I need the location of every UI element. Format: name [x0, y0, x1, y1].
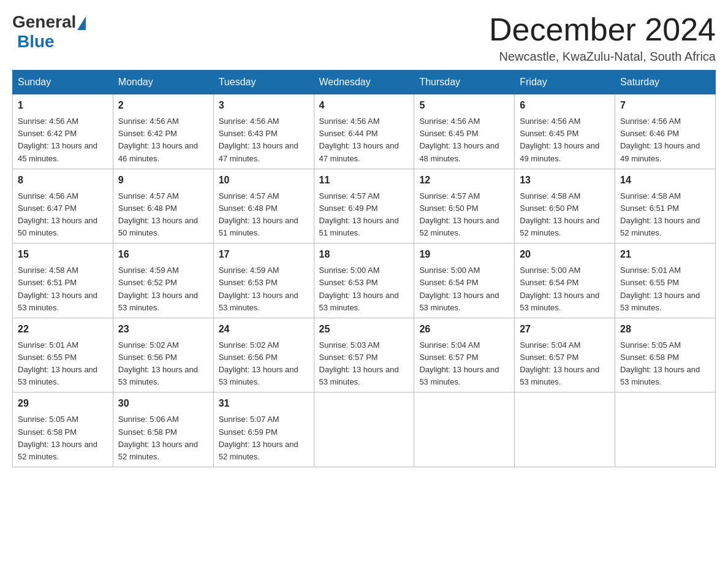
table-row: 31Sunrise: 5:07 AMSunset: 6:59 PMDayligh… — [213, 393, 314, 467]
day-info: Sunrise: 5:02 AMSunset: 6:56 PMDaylight:… — [118, 339, 208, 389]
table-row: 19Sunrise: 5:00 AMSunset: 6:54 PMDayligh… — [414, 243, 515, 318]
day-info: Sunrise: 5:01 AMSunset: 6:55 PMDaylight:… — [620, 264, 710, 314]
logo-triangle-icon — [77, 17, 86, 30]
day-number: 11 — [319, 173, 409, 188]
day-number: 14 — [620, 173, 710, 188]
day-number: 25 — [319, 322, 409, 337]
day-number: 8 — [18, 173, 108, 188]
week-row-1: 1Sunrise: 4:56 AMSunset: 6:42 PMDaylight… — [13, 94, 716, 169]
day-info: Sunrise: 4:56 AMSunset: 6:45 PMDaylight:… — [520, 115, 610, 165]
day-info: Sunrise: 4:56 AMSunset: 6:47 PMDaylight:… — [18, 190, 108, 240]
day-number: 24 — [219, 322, 309, 337]
day-info: Sunrise: 5:02 AMSunset: 6:56 PMDaylight:… — [219, 339, 309, 389]
day-info: Sunrise: 5:00 AMSunset: 6:54 PMDaylight:… — [520, 264, 610, 314]
week-row-4: 22Sunrise: 5:01 AMSunset: 6:55 PMDayligh… — [13, 318, 716, 393]
header-friday: Friday — [515, 71, 615, 94]
table-row — [314, 393, 414, 467]
table-row: 11Sunrise: 4:57 AMSunset: 6:49 PMDayligh… — [314, 169, 414, 243]
day-info: Sunrise: 5:00 AMSunset: 6:53 PMDaylight:… — [319, 264, 409, 314]
day-number: 27 — [520, 322, 610, 337]
day-info: Sunrise: 4:58 AMSunset: 6:51 PMDaylight:… — [620, 190, 710, 240]
table-row: 5Sunrise: 4:56 AMSunset: 6:45 PMDaylight… — [414, 94, 515, 169]
table-row: 30Sunrise: 5:06 AMSunset: 6:58 PMDayligh… — [113, 393, 213, 467]
day-info: Sunrise: 5:03 AMSunset: 6:57 PMDaylight:… — [319, 339, 409, 389]
day-info: Sunrise: 5:04 AMSunset: 6:57 PMDaylight:… — [520, 339, 610, 389]
day-info: Sunrise: 4:56 AMSunset: 6:44 PMDaylight:… — [319, 115, 409, 165]
day-number: 23 — [118, 322, 208, 337]
day-number: 7 — [620, 98, 710, 113]
table-row: 29Sunrise: 5:05 AMSunset: 6:58 PMDayligh… — [13, 393, 113, 467]
day-info: Sunrise: 5:01 AMSunset: 6:55 PMDaylight:… — [18, 339, 108, 389]
table-row: 28Sunrise: 5:05 AMSunset: 6:58 PMDayligh… — [615, 318, 716, 393]
day-info: Sunrise: 4:56 AMSunset: 6:43 PMDaylight:… — [219, 115, 309, 165]
location-subtitle: Newcastle, KwaZulu-Natal, South Africa — [489, 50, 716, 64]
month-year-title: December 2024 — [489, 12, 716, 47]
table-row: 14Sunrise: 4:58 AMSunset: 6:51 PMDayligh… — [615, 169, 716, 243]
logo-general-text: General — [12, 12, 76, 32]
day-info: Sunrise: 4:58 AMSunset: 6:50 PMDaylight:… — [520, 190, 610, 240]
day-number: 17 — [219, 247, 309, 262]
week-row-5: 29Sunrise: 5:05 AMSunset: 6:58 PMDayligh… — [13, 393, 716, 467]
table-row: 10Sunrise: 4:57 AMSunset: 6:48 PMDayligh… — [213, 169, 314, 243]
calendar-header-row: Sunday Monday Tuesday Wednesday Thursday… — [13, 71, 716, 94]
table-row: 3Sunrise: 4:56 AMSunset: 6:43 PMDaylight… — [213, 94, 314, 169]
table-row: 6Sunrise: 4:56 AMSunset: 6:45 PMDaylight… — [515, 94, 615, 169]
day-number: 20 — [520, 247, 610, 262]
table-row: 1Sunrise: 4:56 AMSunset: 6:42 PMDaylight… — [13, 94, 113, 169]
day-info: Sunrise: 5:04 AMSunset: 6:57 PMDaylight:… — [419, 339, 509, 389]
day-info: Sunrise: 4:58 AMSunset: 6:51 PMDaylight:… — [18, 264, 108, 314]
day-number: 1 — [18, 98, 108, 113]
day-number: 2 — [118, 98, 208, 113]
table-row — [414, 393, 515, 467]
day-number: 9 — [118, 173, 208, 188]
day-number: 10 — [219, 173, 309, 188]
table-row: 13Sunrise: 4:58 AMSunset: 6:50 PMDayligh… — [515, 169, 615, 243]
day-number: 21 — [620, 247, 710, 262]
table-row: 18Sunrise: 5:00 AMSunset: 6:53 PMDayligh… — [314, 243, 414, 318]
day-info: Sunrise: 4:57 AMSunset: 6:49 PMDaylight:… — [319, 190, 409, 240]
logo-blue-text: Blue — [17, 32, 55, 52]
header-sunday: Sunday — [13, 71, 113, 94]
table-row: 4Sunrise: 4:56 AMSunset: 6:44 PMDaylight… — [314, 94, 414, 169]
table-row — [615, 393, 716, 467]
table-row: 26Sunrise: 5:04 AMSunset: 6:57 PMDayligh… — [414, 318, 515, 393]
table-row: 24Sunrise: 5:02 AMSunset: 6:56 PMDayligh… — [213, 318, 314, 393]
calendar-table: Sunday Monday Tuesday Wednesday Thursday… — [12, 70, 716, 467]
day-number: 5 — [419, 98, 509, 113]
day-info: Sunrise: 4:56 AMSunset: 6:45 PMDaylight:… — [419, 115, 509, 165]
day-number: 31 — [219, 396, 309, 411]
day-info: Sunrise: 5:06 AMSunset: 6:58 PMDaylight:… — [118, 413, 208, 463]
day-info: Sunrise: 4:57 AMSunset: 6:48 PMDaylight:… — [118, 190, 208, 240]
day-info: Sunrise: 4:57 AMSunset: 6:50 PMDaylight:… — [419, 190, 509, 240]
day-number: 16 — [118, 247, 208, 262]
table-row: 12Sunrise: 4:57 AMSunset: 6:50 PMDayligh… — [414, 169, 515, 243]
day-number: 29 — [18, 396, 108, 411]
week-row-2: 8Sunrise: 4:56 AMSunset: 6:47 PMDaylight… — [13, 169, 716, 243]
table-row: 20Sunrise: 5:00 AMSunset: 6:54 PMDayligh… — [515, 243, 615, 318]
day-number: 3 — [219, 98, 309, 113]
day-number: 4 — [319, 98, 409, 113]
day-number: 30 — [118, 396, 208, 411]
header-wednesday: Wednesday — [314, 71, 414, 94]
table-row: 27Sunrise: 5:04 AMSunset: 6:57 PMDayligh… — [515, 318, 615, 393]
day-info: Sunrise: 5:05 AMSunset: 6:58 PMDaylight:… — [620, 339, 710, 389]
table-row: 23Sunrise: 5:02 AMSunset: 6:56 PMDayligh… — [113, 318, 213, 393]
day-info: Sunrise: 4:57 AMSunset: 6:48 PMDaylight:… — [219, 190, 309, 240]
day-number: 19 — [419, 247, 509, 262]
header-monday: Monday — [113, 71, 213, 94]
table-row: 8Sunrise: 4:56 AMSunset: 6:47 PMDaylight… — [13, 169, 113, 243]
day-number: 12 — [419, 173, 509, 188]
day-info: Sunrise: 5:07 AMSunset: 6:59 PMDaylight:… — [219, 413, 309, 463]
day-info: Sunrise: 5:00 AMSunset: 6:54 PMDaylight:… — [419, 264, 509, 314]
day-number: 18 — [319, 247, 409, 262]
day-info: Sunrise: 4:56 AMSunset: 6:42 PMDaylight:… — [18, 115, 108, 165]
day-number: 26 — [419, 322, 509, 337]
day-info: Sunrise: 4:56 AMSunset: 6:46 PMDaylight:… — [620, 115, 710, 165]
page-header: General Blue December 2024 Newcastle, Kw… — [12, 12, 716, 64]
table-row: 22Sunrise: 5:01 AMSunset: 6:55 PMDayligh… — [13, 318, 113, 393]
day-number: 6 — [520, 98, 610, 113]
table-row: 25Sunrise: 5:03 AMSunset: 6:57 PMDayligh… — [314, 318, 414, 393]
day-info: Sunrise: 4:56 AMSunset: 6:42 PMDaylight:… — [118, 115, 208, 165]
day-info: Sunrise: 4:59 AMSunset: 6:52 PMDaylight:… — [118, 264, 208, 314]
day-info: Sunrise: 5:05 AMSunset: 6:58 PMDaylight:… — [18, 413, 108, 463]
